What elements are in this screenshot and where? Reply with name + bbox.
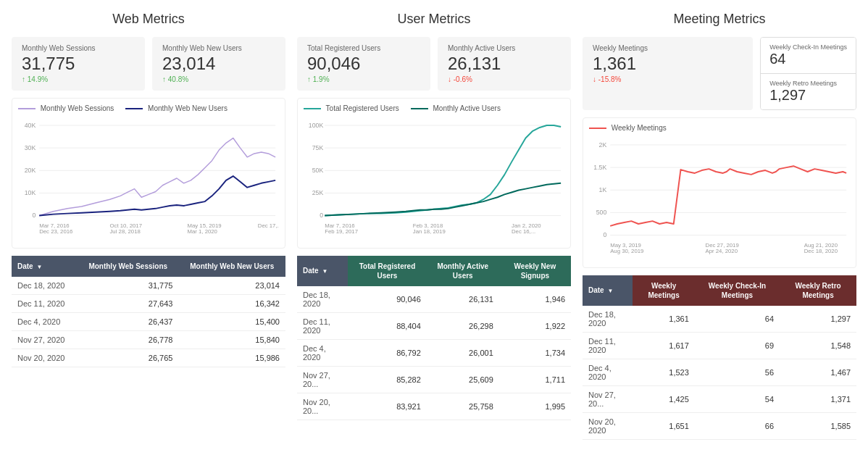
checkin-cell: 56 (695, 359, 780, 386)
retro-meetings-label: Weekly Retro Meetings (769, 80, 847, 87)
checkin-cell: 69 (695, 333, 780, 359)
svg-text:75K: 75K (312, 144, 324, 151)
sessions-cell: 26,437 (78, 313, 178, 331)
total-registered-value: 90,046 (307, 54, 420, 74)
web-data-table: Date ▼ Monthly Web Sessions Monthly Web … (12, 256, 285, 367)
weekly-meetings-label: Weekly Meetings (593, 44, 743, 52)
weekly-meetings-header[interactable]: Weekly Meetings (633, 275, 694, 306)
svg-text:Jan 18, 2019: Jan 18, 2019 (413, 228, 446, 235)
weekly-meetings-cell: 1,617 (633, 333, 694, 359)
checkin-meetings-value: 64 (769, 51, 847, 67)
web-sessions-legend-line (18, 108, 36, 109)
sessions-cell: 27,643 (78, 295, 178, 313)
table-row: Dec 18, 2020 90,046 26,131 1,946 (297, 286, 571, 313)
meeting-chart-area: Weekly Meetings 2K 1.5K 1K 500 0 May 3, (583, 117, 856, 268)
monthly-active-legend-line (411, 108, 428, 109)
web-date-header[interactable]: Date ▼ (12, 256, 78, 277)
new-users-cell: 16,342 (178, 295, 285, 313)
weekly-signups-header[interactable]: Weekly New Signups (499, 256, 571, 286)
meeting-table-container: Date ▼ Weekly Meetings Weekly Check-In M… (583, 275, 856, 440)
web-new-users-header[interactable]: Monthly Web New Users (178, 256, 285, 277)
sessions-cell: 31,775 (78, 277, 178, 295)
svg-text:Feb 19, 2017: Feb 19, 2017 (325, 228, 358, 235)
retro-meetings-value: 1,297 (769, 87, 847, 104)
retro-meetings-card: Weekly Retro Meetings 1,297 (761, 74, 856, 109)
web-new-users-legend-line (125, 108, 143, 109)
svg-text:100K: 100K (309, 122, 324, 129)
monthly-active-label: Monthly Active Users (448, 44, 561, 52)
retro-meetings-header[interactable]: Weekly Retro Meetings (780, 275, 856, 306)
svg-text:0: 0 (32, 212, 36, 219)
user-metrics-section: User Metrics Total Registered Users 90,0… (297, 12, 571, 440)
total-registered-header[interactable]: Total Registered Users (348, 256, 427, 286)
date-cell: Dec 18, 2020 (12, 277, 78, 295)
table-row: Nov 27, 20... 85,282 25,609 1,711 (297, 367, 571, 393)
svg-text:1K: 1K (599, 186, 607, 193)
date-cell: Dec 4, 2020 (12, 313, 78, 331)
total-reg-cell: 88,404 (348, 313, 427, 340)
table-row: Nov 20, 20... 83,921 25,758 1,995 (297, 393, 571, 420)
checkin-meetings-label: Weekly Check-In Meetings (769, 43, 847, 51)
weekly-meetings-cell: 1,361 (633, 306, 694, 333)
date-cell: Dec 11, 2020 (12, 295, 78, 313)
user-table-container: Date ▼ Total Registered Users Monthly Ac… (297, 256, 571, 420)
total-registered-label: Total Registered Users (307, 44, 420, 52)
svg-text:Dec 16,...: Dec 16,... (512, 228, 535, 235)
date-cell: Dec 11, 2020 (297, 313, 348, 340)
user-date-header[interactable]: Date ▼ (297, 256, 348, 286)
monthly-active-card: Monthly Active Users 26,131 ↓ -0.6% (438, 37, 571, 91)
monthly-active-header[interactable]: Monthly Active Users (427, 256, 499, 286)
meeting-sub-cards: Weekly Check-In Meetings 64 Weekly Retro… (760, 37, 856, 110)
web-sessions-header[interactable]: Monthly Web Sessions (78, 256, 178, 277)
table-row: Nov 27, 2020 26,778 15,840 (12, 331, 285, 349)
weekly-meetings-cell: 1,425 (633, 386, 694, 413)
table-row: Dec 18, 2020 31,775 23,014 (12, 277, 285, 295)
monthly-active-cell: 26,298 (427, 313, 499, 340)
signups-cell: 1,734 (499, 340, 571, 367)
date-cell: Nov 20, 2020 (583, 413, 633, 440)
svg-text:25K: 25K (312, 189, 324, 196)
total-registered-change: ↑ 1.9% (307, 75, 420, 83)
user-chart: 100K 75K 50K 25K 0 Mar 7, 2016 Feb 19, 2… (304, 117, 564, 240)
weekly-meetings-card: Weekly Meetings 1,361 ↓ -15.8% (583, 37, 753, 110)
sessions-cell: 26,765 (78, 349, 178, 367)
date-cell: Nov 27, 20... (583, 386, 633, 413)
date-cell: Dec 4, 2020 (583, 359, 633, 386)
table-row: Dec 4, 2020 1,523 56 1,467 (583, 359, 856, 386)
checkin-meetings-card: Weekly Check-In Meetings 64 (761, 38, 856, 74)
retro-cell: 1,585 (780, 413, 856, 440)
web-metric-cards: Monthly Web Sessions 31,775 ↑ 14.9% Mont… (12, 37, 285, 91)
svg-text:Dec 23, 2016: Dec 23, 2016 (39, 228, 72, 235)
table-row: Dec 18, 2020 1,361 64 1,297 (583, 306, 856, 333)
new-users-cell: 23,014 (178, 277, 285, 295)
checkin-cell: 54 (695, 386, 780, 413)
user-chart-area: Total Registered Users Monthly Active Us… (297, 98, 571, 249)
table-row: Nov 20, 2020 1,651 66 1,585 (583, 413, 856, 440)
date-cell: Nov 20, 20... (297, 393, 348, 420)
date-cell: Nov 27, 20... (297, 367, 348, 393)
checkin-cell: 64 (695, 306, 780, 333)
date-cell: Nov 27, 2020 (12, 331, 78, 349)
svg-text:Jul 28, 2018: Jul 28, 2018 (109, 228, 140, 235)
web-sessions-label: Monthly Web Sessions (22, 44, 135, 52)
meeting-chart: 2K 1.5K 1K 500 0 May 3, 2019 Aug 30, 201… (589, 136, 850, 259)
total-reg-cell: 83,921 (348, 393, 427, 420)
user-data-table: Date ▼ Total Registered Users Monthly Ac… (297, 256, 571, 420)
meeting-data-table: Date ▼ Weekly Meetings Weekly Check-In M… (583, 275, 856, 440)
svg-text:Mar 1, 2020: Mar 1, 2020 (188, 228, 218, 235)
meeting-date-header[interactable]: Date ▼ (583, 275, 633, 306)
monthly-active-cell: 25,758 (427, 393, 499, 420)
date-cell: Nov 20, 2020 (12, 349, 78, 367)
signups-cell: 1,946 (499, 286, 571, 313)
svg-text:0: 0 (320, 212, 323, 219)
web-chart-area: Monthly Web Sessions Monthly Web New Use… (12, 98, 285, 249)
dashboard: Web Metrics Monthly Web Sessions 31,775 … (0, 0, 868, 451)
weekly-meetings-legend-item: Weekly Meetings (589, 124, 667, 132)
svg-text:1.5K: 1.5K (593, 164, 606, 171)
table-row: Dec 11, 2020 88,404 26,298 1,922 (297, 313, 571, 340)
checkin-meetings-header[interactable]: Weekly Check-In Meetings (695, 275, 780, 306)
total-reg-cell: 86,792 (348, 340, 427, 367)
web-new-users-change: ↑ 40.8% (162, 75, 275, 83)
signups-cell: 1,922 (499, 313, 571, 340)
monthly-active-change: ↓ -0.6% (448, 75, 561, 83)
